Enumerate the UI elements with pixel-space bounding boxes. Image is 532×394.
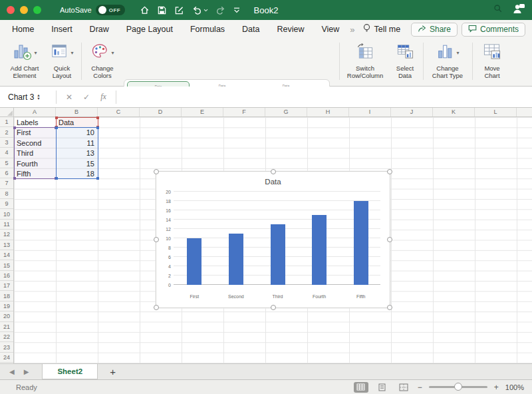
search-icon[interactable] <box>493 4 503 16</box>
row-header-3[interactable]: 3 <box>0 138 13 148</box>
bar-fifth[interactable] <box>354 201 368 285</box>
bar-first[interactable] <box>187 238 201 285</box>
formula-input[interactable] <box>120 87 532 107</box>
tab-view[interactable]: View <box>321 25 339 34</box>
prev-sheet-arrow-icon[interactable]: ◀ <box>9 368 15 375</box>
row-header-19[interactable]: 19 <box>0 301 13 311</box>
row-header-20[interactable]: 20 <box>0 311 13 321</box>
column-header-I[interactable]: I <box>349 108 391 116</box>
quick-layout-button[interactable]: ▾ Quick Layout <box>47 41 77 80</box>
bar-fourth[interactable] <box>312 215 327 285</box>
save-icon[interactable] <box>157 5 167 15</box>
column-header-C[interactable]: C <box>98 108 140 116</box>
select-data-button[interactable]: Select Data <box>390 41 420 80</box>
row-header-1[interactable]: 1 <box>0 117 13 127</box>
row-header-10[interactable]: 10 <box>0 209 13 219</box>
chart-plot-area[interactable] <box>174 193 380 285</box>
chart-resize-handle[interactable] <box>154 305 159 310</box>
row-header-22[interactable]: 22 <box>0 332 13 342</box>
row-header-7[interactable]: 7 <box>0 178 13 188</box>
chart-resize-handle[interactable] <box>271 169 276 174</box>
row-header-8[interactable]: 8 <box>0 189 13 199</box>
select-all-corner[interactable] <box>0 108 14 117</box>
add-chart-element-button[interactable]: ▾ Add Chart Element <box>5 41 44 80</box>
chart-title[interactable]: Data <box>156 178 390 186</box>
minimize-window-button[interactable] <box>20 6 28 14</box>
zoom-slider-thumb[interactable] <box>454 383 462 391</box>
chart-resize-handle[interactable] <box>271 305 276 310</box>
account-avatar-icon[interactable] <box>512 3 525 17</box>
row-header-14[interactable]: 14 <box>0 250 13 260</box>
zoom-window-button[interactable] <box>33 6 41 14</box>
cancel-icon[interactable]: ✕ <box>66 93 72 102</box>
row-header-11[interactable]: 11 <box>0 220 13 230</box>
tab-insert[interactable]: Insert <box>51 25 72 34</box>
chart-resize-handle[interactable] <box>154 237 159 242</box>
zoom-out-button[interactable]: − <box>418 383 422 392</box>
add-sheet-button[interactable]: + <box>110 366 116 377</box>
undo-dropdown-chevron-icon[interactable] <box>203 9 208 12</box>
row-header-24[interactable]: 24 <box>0 353 13 363</box>
page-layout-view-button[interactable] <box>375 382 390 393</box>
tell-me-control[interactable]: Tell me <box>363 23 401 35</box>
column-header-E[interactable]: E <box>182 108 223 116</box>
column-header-B[interactable]: B <box>56 108 98 116</box>
row-header-4[interactable]: 4 <box>0 148 13 158</box>
row-header-6[interactable]: 6 <box>0 168 13 178</box>
chart-resize-handle[interactable] <box>154 169 159 174</box>
tab-overflow-chevron-icon[interactable]: » <box>350 25 353 35</box>
row-headers[interactable]: 123456789101112131415161718192021222324 <box>0 117 14 363</box>
column-header-F[interactable]: F <box>223 108 265 116</box>
row-header-9[interactable]: 9 <box>0 199 13 209</box>
bar-second[interactable] <box>229 234 243 285</box>
customize-toolbar-icon[interactable] <box>233 7 240 13</box>
normal-view-button[interactable] <box>354 382 368 393</box>
tab-page-layout[interactable]: Page Layout <box>126 25 173 34</box>
close-window-button[interactable] <box>7 6 15 14</box>
tab-draw[interactable]: Draw <box>90 25 109 34</box>
column-headers[interactable]: ABCDEFGHIJKLM <box>14 108 532 117</box>
tab-home[interactable]: Home <box>12 25 34 34</box>
page-break-view-button[interactable] <box>396 382 411 393</box>
undo-icon[interactable] <box>192 5 202 15</box>
row-header-12[interactable]: 12 <box>0 230 13 240</box>
name-box[interactable]: Chart 3 ▲▼ <box>0 87 52 107</box>
tab-review[interactable]: Review <box>277 25 304 34</box>
tab-data[interactable]: Data <box>242 25 259 34</box>
sheet-tab-active[interactable]: Sheet2 <box>42 364 98 379</box>
chart-resize-handle[interactable] <box>387 305 392 310</box>
change-colors-button[interactable]: ▾ Change Colors <box>85 41 120 80</box>
next-sheet-arrow-icon[interactable]: ▶ <box>24 368 29 375</box>
chart-resize-handle[interactable] <box>387 237 392 242</box>
enter-icon[interactable]: ✓ <box>83 93 90 102</box>
cell-A1[interactable]: Labels <box>17 118 53 127</box>
autosave-toggle[interactable]: AutoSave OFF <box>60 5 125 15</box>
redo-icon[interactable] <box>215 5 226 15</box>
home-icon[interactable] <box>140 5 150 15</box>
row-header-18[interactable]: 18 <box>0 291 13 301</box>
column-header-J[interactable]: J <box>391 108 433 116</box>
tab-formulas[interactable]: Formulas <box>190 25 225 34</box>
row-header-21[interactable]: 21 <box>0 322 13 332</box>
embedded-chart[interactable]: Data 02468101214161820FirstSecondThirdFo… <box>156 171 390 308</box>
row-header-16[interactable]: 16 <box>0 271 13 281</box>
column-header-M[interactable]: M <box>517 108 532 116</box>
column-header-G[interactable]: G <box>265 108 307 116</box>
autosave-switch[interactable]: OFF <box>96 5 125 15</box>
row-header-15[interactable]: 15 <box>0 260 13 270</box>
column-header-D[interactable]: D <box>140 108 182 116</box>
edit-compose-icon[interactable] <box>174 5 184 15</box>
switch-row-column-button[interactable]: Switch Row/Column <box>344 41 386 80</box>
move-chart-button[interactable]: Move Chart <box>476 41 508 80</box>
comments-button[interactable]: Comments <box>462 23 525 37</box>
column-header-L[interactable]: L <box>475 108 517 116</box>
name-box-stepper[interactable]: ▲▼ <box>37 94 40 100</box>
change-chart-type-button[interactable]: ▾ Change Chart Type <box>427 41 468 80</box>
bar-third[interactable] <box>271 224 285 285</box>
zoom-in-button[interactable]: + <box>494 383 499 392</box>
insert-function-icon[interactable]: fx <box>100 92 106 102</box>
row-header-17[interactable]: 17 <box>0 281 13 291</box>
column-header-A[interactable]: A <box>14 108 56 116</box>
zoom-slider[interactable] <box>429 386 487 388</box>
column-header-K[interactable]: K <box>433 108 475 116</box>
